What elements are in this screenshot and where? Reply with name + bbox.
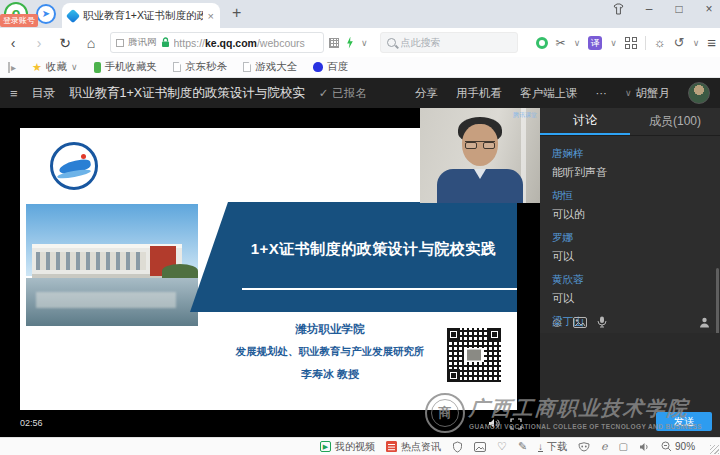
minimize-button[interactable]: –: [642, 2, 656, 16]
maximize-button[interactable]: □: [672, 2, 686, 16]
restore-dropdown-icon[interactable]: ∨: [693, 38, 700, 48]
secure-lock-icon: [161, 37, 170, 48]
video-player[interactable]: 1+X证书制度的政策设计与院校实践 潍坊职业学院 发展规划处、职业教育与产业发展…: [0, 108, 540, 437]
play-icon: ▶: [320, 441, 331, 452]
home-button[interactable]: ⌂: [78, 35, 104, 51]
back-button[interactable]: ‹: [0, 35, 26, 51]
page-icon: [243, 62, 251, 72]
flash-accelerate-icon[interactable]: [346, 37, 354, 49]
presenter-webcam[interactable]: 腾讯课堂: [420, 108, 540, 203]
tab-discussion[interactable]: 讨论: [540, 108, 630, 135]
send-button[interactable]: 发送: [656, 412, 712, 431]
toc-label[interactable]: 目录: [32, 85, 56, 102]
emoji-icon[interactable]: ☺: [550, 315, 563, 330]
mic-icon[interactable]: [597, 316, 607, 328]
new-tab-button[interactable]: +: [232, 4, 241, 22]
close-button[interactable]: ×: [702, 2, 716, 16]
message-text: 可以: [552, 249, 708, 264]
screenshot-dropdown-icon[interactable]: ∨: [574, 38, 581, 48]
course-page: ≡ 目录 职业教育1+X证书制度的政策设计与院校实 ✓已报名 分享 用手机看 客…: [0, 78, 720, 437]
browser-status-bar: ▶我的视频 热点资讯 ♡ ✎ ↓下载 e ▢ 90%: [0, 437, 720, 455]
watch-on-phone-button[interactable]: 用手机看: [456, 86, 502, 101]
message-author: 胡恒: [552, 189, 708, 203]
mute-speaker-icon[interactable]: [639, 442, 650, 452]
share-button[interactable]: 分享: [415, 86, 438, 101]
browser-tab[interactable]: 职业教育1+X证书制度的政策 ×: [62, 3, 220, 28]
favorites-dropdown-icon[interactable]: ∨: [71, 62, 78, 72]
player-control-bar[interactable]: 02:56: [0, 410, 540, 437]
volume-icon[interactable]: [488, 418, 500, 429]
client-class-button[interactable]: 客户端上课: [520, 86, 578, 101]
tab-title: 职业教育1+X证书制度的政策: [83, 9, 203, 23]
message-text: 可以: [552, 291, 708, 306]
zoom-control[interactable]: 90%: [661, 441, 695, 452]
bookmark-jd[interactable]: 京东秒杀: [173, 60, 227, 74]
school-logo: [50, 142, 98, 190]
browser-toolbar: ‹ › ↻ ⌂ 腾讯网 https://ke.qq.com/webcours ∨…: [0, 28, 720, 57]
my-videos-button[interactable]: ▶我的视频: [320, 440, 375, 454]
download-button[interactable]: ↓下载: [538, 440, 567, 454]
playback-time: 02:56: [20, 418, 43, 428]
image-upload-icon[interactable]: [573, 317, 587, 328]
bookmark-favorites[interactable]: ★收藏∨: [32, 60, 77, 74]
bookmark-mobile-folder[interactable]: 手机收藏夹: [94, 60, 158, 74]
site-label[interactable]: 腾讯网: [128, 36, 157, 49]
chat-sidebar: 讨论 成员(100) 唐娴梓 能听到声音 胡恒 可以的 罗娜 可以 黄欣蓉: [540, 108, 720, 437]
bookmark-baidu[interactable]: 百度: [313, 60, 348, 74]
window-mode-icon[interactable]: ▢: [619, 441, 628, 452]
menu-icon[interactable]: ≡: [707, 34, 716, 51]
tab-favicon-icon: [66, 8, 80, 22]
chevron-down-icon[interactable]: ∨: [361, 38, 368, 48]
proxy-ring-icon[interactable]: [536, 37, 548, 49]
search-input[interactable]: [401, 37, 511, 48]
download-icon: ↓: [538, 442, 543, 452]
search-icon: [387, 38, 396, 47]
night-mode-icon[interactable]: ☼: [654, 35, 666, 50]
security-shield-icon[interactable]: [452, 441, 463, 453]
chat-message: 胡恒 可以的: [552, 189, 708, 222]
tab-members[interactable]: 成员(100): [630, 108, 720, 135]
bookmarks-bar: ▸ ★收藏∨ 手机收藏夹 京东秒杀 游戏大全 百度: [0, 57, 720, 78]
slide-title-band: 1+X证书制度的政策设计与院校实践: [190, 202, 517, 312]
forward-button[interactable]: ›: [26, 35, 52, 51]
resize-grip[interactable]: [710, 445, 719, 454]
apps-grid-icon[interactable]: [625, 37, 637, 49]
favorites-heart-icon[interactable]: ♡: [497, 440, 507, 453]
message-author: 黄欣蓉: [552, 273, 708, 287]
restore-tabs-icon[interactable]: ↺: [674, 35, 685, 50]
skin-icon[interactable]: [612, 3, 626, 15]
search-box[interactable]: [380, 32, 518, 53]
side-panel-icon[interactable]: ▸: [8, 62, 16, 73]
chat-message: 唐娴梓 能听到声音: [552, 147, 708, 180]
login-account-badge[interactable]: 登录账号: [0, 14, 38, 27]
speed-mode-icon[interactable]: ➤: [36, 4, 56, 24]
check-icon: ✓: [319, 86, 329, 100]
tab-close-icon[interactable]: ×: [208, 10, 214, 22]
fullscreen-icon[interactable]: [510, 418, 522, 430]
baidu-paw-icon: [313, 62, 323, 72]
translate-icon[interactable]: 译: [588, 36, 602, 50]
user-menu[interactable]: ∨胡蟹月: [625, 86, 670, 101]
slide-title: 1+X证书制度的政策设计与院校实践: [236, 240, 511, 259]
qr-code-icon[interactable]: [329, 38, 339, 48]
screenshot-scissors-icon[interactable]: ✂: [556, 36, 566, 50]
toc-hamburger-icon[interactable]: ≡: [10, 86, 18, 101]
campus-photo: [26, 204, 198, 326]
course-title: 职业教育1+X证书制度的政策设计与院校实: [70, 85, 305, 102]
note-pen-icon[interactable]: ✎: [518, 440, 527, 453]
bookmark-games[interactable]: 游戏大全: [243, 60, 297, 74]
more-button[interactable]: ···: [595, 87, 607, 99]
message-author: 唐娴梓: [552, 147, 708, 161]
hot-news-button[interactable]: 热点资讯: [386, 440, 441, 454]
translate-dropdown-icon[interactable]: ∨: [610, 38, 617, 48]
page-icon: [173, 62, 181, 72]
chat-message: 黄欣蓉 可以: [552, 273, 708, 306]
address-bar[interactable]: 腾讯网 https://ke.qq.com/webcours: [110, 32, 324, 53]
reload-button[interactable]: ↻: [52, 35, 78, 51]
avatar[interactable]: [688, 82, 710, 104]
member-list-icon[interactable]: [699, 317, 710, 328]
news-icon: [386, 441, 397, 452]
ie-compat-icon[interactable]: e: [601, 440, 608, 453]
screenshot-tool-icon[interactable]: [474, 442, 486, 452]
privacy-mask-icon[interactable]: [578, 442, 590, 452]
